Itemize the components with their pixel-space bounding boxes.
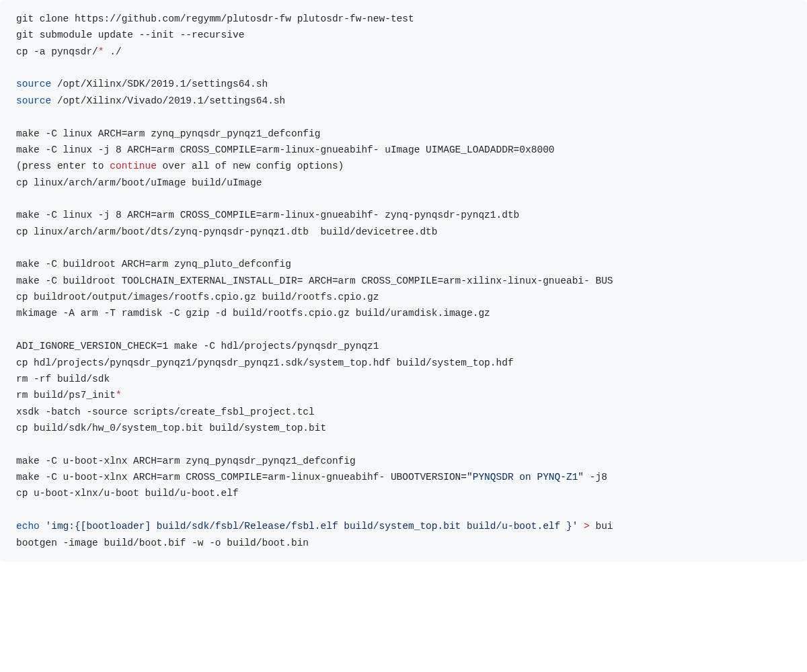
code-line: make -C u-boot-xlnx ARCH=arm zynq_pynqsd… (16, 456, 356, 466)
code-line: cp linux/arch/arm/boot/dts/zynq-pynqsdr-… (16, 226, 438, 237)
code-line: cp hdl/projects/pynqsdr_pynqz1/pynqsdr_p… (16, 358, 514, 368)
code-line: mkimage -A arm -T ramdisk -C gzip -d bui… (16, 308, 490, 319)
code-line: source /opt/Xilinx/SDK/2019.1/settings64… (16, 79, 268, 89)
code-line: cp -a pynqsdr/* ./ (16, 46, 122, 57)
code-line: (press enter to continue over all of new… (16, 161, 344, 171)
code-line: rm build/ps7_init* (16, 390, 122, 401)
code-line: git submodule update --init --recursive (16, 30, 244, 40)
code-line: cp linux/arch/arm/boot/uImage build/uIma… (16, 177, 262, 188)
code-line: bootgen -image build/boot.bif -w -o buil… (16, 538, 309, 548)
code-line: rm -rf build/sdk (16, 374, 110, 384)
code-line: make -C linux ARCH=arm zynq_pynqsdr_pynq… (16, 128, 320, 139)
code-line: echo 'img:{[bootloader] build/sdk/fsbl/R… (16, 521, 613, 532)
code-line: make -C linux -j 8 ARCH=arm CROSS_COMPIL… (16, 210, 519, 220)
code-line: xsdk -batch -source scripts/create_fsbl_… (16, 407, 315, 417)
code-line: make -C u-boot-xlnx ARCH=arm CROSS_COMPI… (16, 472, 607, 482)
code-line: cp u-boot-xlnx/u-boot build/u-boot.elf (16, 488, 239, 499)
code-line: git clone https://github.com/regymm/plut… (16, 13, 414, 24)
code-line: make -C buildroot TOOLCHAIN_EXTERNAL_INS… (16, 276, 613, 286)
code-line: source /opt/Xilinx/Vivado/2019.1/setting… (16, 95, 285, 106)
code-line: ADI_IGNORE_VERSION_CHECK=1 make -C hdl/p… (16, 341, 379, 351)
code-line: cp build/sdk/hw_0/system_top.bit build/s… (16, 423, 326, 433)
code-line: make -C linux -j 8 ARCH=arm CROSS_COMPIL… (16, 144, 555, 155)
code-block: git clone https://github.com/regymm/plut… (0, 0, 807, 562)
code-line: cp buildroot/output/images/rootfs.cpio.g… (16, 292, 379, 302)
code-line: make -C buildroot ARCH=arm zynq_pluto_de… (16, 259, 291, 269)
